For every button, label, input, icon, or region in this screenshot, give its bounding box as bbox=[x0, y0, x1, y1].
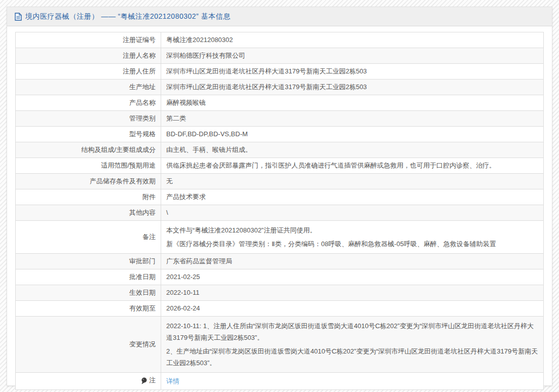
table-row: 产品储存条件及有效期无 bbox=[16, 174, 544, 189]
label-with-icon: 注 bbox=[141, 375, 156, 385]
field-value: 麻醉视频喉镜 bbox=[161, 95, 544, 111]
table-row: 注册人住所深圳市坪山区龙田街道老坑社区丹梓大道3179号新南天工业园2栋503 bbox=[16, 64, 544, 80]
field-label: 附件 bbox=[16, 189, 161, 205]
field-label: 适用范围/预期用途 bbox=[16, 158, 161, 174]
card-body: 注册证编号粤械注准20212080302注册人名称深圳柏德医疗科技有限公司注册人… bbox=[7, 26, 552, 392]
field-value: 供临床挑起患者会厌部暴露声门，指引医护人员准确进行气道插管供麻醉或急救用，也可用… bbox=[161, 158, 544, 174]
field-label: 变更情况 bbox=[16, 317, 161, 373]
field-label: 管理类别 bbox=[16, 111, 161, 127]
card-header: 境内医疗器械（注册） —— “粤械注准20212080302” 基本信息 bbox=[7, 7, 552, 26]
field-label: 生产地址 bbox=[16, 80, 161, 95]
field-value: 深圳柏德医疗科技有限公司 bbox=[161, 48, 544, 64]
field-label: 型号规格 bbox=[16, 127, 161, 142]
field-value: 本文件与“粤械注准20212080302”注册证共同使用。新《医疗器械分类目录》… bbox=[161, 221, 544, 254]
note-icon bbox=[141, 377, 147, 384]
field-value: \ bbox=[161, 205, 544, 221]
field-label-text: 注 bbox=[149, 375, 156, 385]
field-label: 产品名称 bbox=[16, 95, 161, 111]
field-label: 批准日期 bbox=[16, 269, 161, 285]
table-row: 生效日期2022-10-11 bbox=[16, 285, 544, 301]
field-value: 产品技术要求 bbox=[161, 189, 544, 205]
field-value: 详情 bbox=[161, 373, 544, 390]
field-value-line: 本文件与“粤械注准20212080302”注册证共同使用。 bbox=[166, 223, 538, 237]
field-value: 第二类 bbox=[161, 111, 544, 127]
table-row: 注详情 bbox=[16, 373, 544, 390]
field-value: 深圳市坪山区龙田街道老坑社区丹梓大道3179号新南天工业园2栋503 bbox=[161, 64, 544, 80]
table-row: 注册证编号粤械注准20212080302 bbox=[16, 32, 544, 48]
field-label: 备注 bbox=[16, 221, 161, 254]
field-value: 粤械注准20212080302 bbox=[161, 32, 544, 48]
field-value: 2022-10-11 bbox=[161, 285, 544, 301]
document-icon bbox=[15, 13, 22, 21]
field-label: 其他内容 bbox=[16, 205, 161, 221]
field-label: 注册人住所 bbox=[16, 64, 161, 80]
table-row: 生产地址深圳市坪山区龙田街道老坑社区丹梓大道3179号新南天工业园2栋503 bbox=[16, 80, 544, 95]
table-row: 产品名称麻醉视频喉镜 bbox=[16, 95, 544, 111]
field-value-line: 2、生产地址由“深圳市龙岗区坂田街道坂雪岗大道4010号C栋202”变更为“深圳… bbox=[166, 344, 538, 370]
field-value: 2026-02-24 bbox=[161, 301, 544, 317]
registration-table: 注册证编号粤械注准20212080302注册人名称深圳柏德医疗科技有限公司注册人… bbox=[15, 32, 544, 390]
page-title: 境内医疗器械（注册） —— “粤械注准20212080302” 基本信息 bbox=[25, 12, 231, 21]
field-label: 生效日期 bbox=[16, 285, 161, 301]
field-value-line: 新《医疗器械分类目录》管理类别：Ⅱ类，分类编码：08呼吸、麻醉和急救器械-05呼… bbox=[166, 237, 538, 251]
table-row: 结构及组成/主要组成成分由主机、手柄、喉镜片组成。 bbox=[16, 142, 544, 158]
field-value: 无 bbox=[161, 174, 544, 189]
table-row: 备注本文件与“粤械注准20212080302”注册证共同使用。新《医疗器械分类目… bbox=[16, 221, 544, 254]
field-value-line: 2022-10-11: 1、注册人住所由“深圳市龙岗区坂田街道坂雪岗大道4010… bbox=[166, 319, 538, 344]
table-row: 型号规格BD-DF,BD-DP,BD-VS,BD-M bbox=[16, 127, 544, 142]
field-label: 有效期至 bbox=[16, 301, 161, 317]
details-link[interactable]: 详情 bbox=[166, 377, 179, 385]
field-value: 2021-02-25 bbox=[161, 269, 544, 285]
table-row: 附件产品技术要求 bbox=[16, 189, 544, 205]
registration-info-card: 境内医疗器械（注册） —— “粤械注准20212080302” 基本信息 注册证… bbox=[7, 7, 552, 386]
field-value: 深圳市坪山区龙田街道老坑社区丹梓大道3179号新南天工业园2栋503 bbox=[161, 80, 544, 95]
field-value: 广东省药品监督管理局 bbox=[161, 254, 544, 269]
table-row: 注册人名称深圳柏德医疗科技有限公司 bbox=[16, 48, 544, 64]
field-value: 由主机、手柄、喉镜片组成。 bbox=[161, 142, 544, 158]
table-row: 批准日期2021-02-25 bbox=[16, 269, 544, 285]
table-row: 其他内容\ bbox=[16, 205, 544, 221]
field-label: 注 bbox=[16, 373, 161, 390]
table-row: 有效期至2026-02-24 bbox=[16, 301, 544, 317]
table-row: 变更情况2022-10-11: 1、注册人住所由“深圳市龙岗区坂田街道坂雪岗大道… bbox=[16, 317, 544, 373]
table-row: 管理类别第二类 bbox=[16, 111, 544, 127]
table-row: 适用范围/预期用途供临床挑起患者会厌部暴露声门，指引医护人员准确进行气道插管供麻… bbox=[16, 158, 544, 174]
field-label: 审批部门 bbox=[16, 254, 161, 269]
field-label: 产品储存条件及有效期 bbox=[16, 174, 161, 189]
field-label: 注册证编号 bbox=[16, 32, 161, 48]
field-label: 注册人名称 bbox=[16, 48, 161, 64]
field-value: BD-DF,BD-DP,BD-VS,BD-M bbox=[161, 127, 544, 142]
registration-table-body: 注册证编号粤械注准20212080302注册人名称深圳柏德医疗科技有限公司注册人… bbox=[16, 32, 544, 390]
field-value: 2022-10-11: 1、注册人住所由“深圳市龙岗区坂田街道坂雪岗大道4010… bbox=[161, 317, 544, 373]
field-label: 结构及组成/主要组成成分 bbox=[16, 142, 161, 158]
table-row: 审批部门广东省药品监督管理局 bbox=[16, 254, 544, 269]
